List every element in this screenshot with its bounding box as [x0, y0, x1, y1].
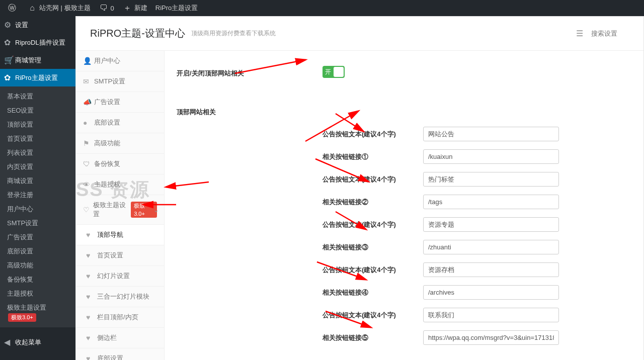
ripro-settings-label: RiPro主题设置	[155, 4, 198, 13]
site-name: 站壳网 | 极致主题	[39, 4, 91, 13]
site-name-link[interactable]: ⌂站壳网 | 极致主题	[23, 0, 95, 16]
wp-adminbar: ⓦ ⌂站壳网 | 极致主题 🗨0 ＋新建 RiPro主题设置	[0, 0, 644, 16]
wp-logo[interactable]: ⓦ	[3, 0, 23, 16]
new-content-link[interactable]: ＋新建	[118, 0, 151, 16]
new-label: 新建	[134, 4, 147, 13]
comments-link[interactable]: 🗨0	[95, 0, 118, 16]
comments-count: 0	[111, 5, 114, 12]
ripro-settings-link[interactable]: RiPro主题设置	[151, 0, 202, 16]
